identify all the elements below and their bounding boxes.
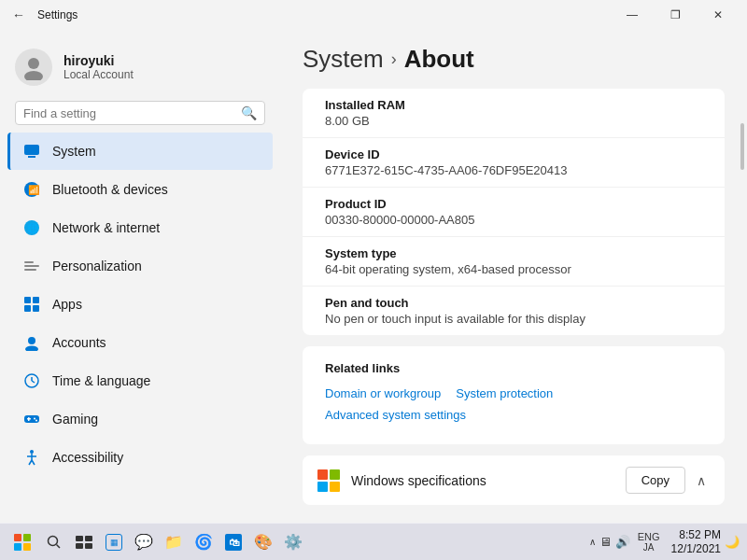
minimize-button[interactable]: — xyxy=(611,0,654,30)
winspec-card: Windows specifications Copy ∧ xyxy=(303,455,725,505)
accounts-icon xyxy=(22,333,41,352)
app-title: Settings xyxy=(37,8,78,21)
info-label-pentouch: Pen and touch xyxy=(325,296,702,310)
sidebar-item-time[interactable]: Time & language xyxy=(7,362,273,399)
winspec-right: Copy ∧ xyxy=(626,467,710,494)
sidebar-item-bluetooth[interactable]: 📶 Bluetooth & devices xyxy=(7,171,273,208)
winspec-header: Windows specifications Copy ∧ xyxy=(303,455,725,505)
link-advanced-system[interactable]: Advanced system settings xyxy=(325,408,466,422)
svg-point-15 xyxy=(28,337,35,344)
taskbar-settings-button[interactable]: ⚙️ xyxy=(278,527,308,557)
svg-text:🌐: 🌐 xyxy=(27,222,39,234)
info-label-productid: Product ID xyxy=(325,197,702,211)
svg-point-25 xyxy=(30,450,34,454)
svg-rect-14 xyxy=(33,305,39,312)
svg-rect-22 xyxy=(28,417,30,421)
info-row-pentouch: Pen and touch No pen or touch input is a… xyxy=(303,287,725,335)
taskbar-explorer-button[interactable]: 📁 xyxy=(159,527,189,557)
info-value-pentouch: No pen or touch input is available for t… xyxy=(325,312,702,326)
related-links-row-1: Domain or workgroup System protection xyxy=(325,386,702,400)
svg-rect-9 xyxy=(24,261,34,263)
copy-button[interactable]: Copy xyxy=(626,467,685,494)
apps-icon xyxy=(22,295,41,314)
titlebar-left: ← Settings xyxy=(7,4,78,26)
titlebar: ← Settings — ❐ ✕ xyxy=(0,0,747,30)
tray-lang[interactable]: ENG JA xyxy=(638,531,660,553)
close-button[interactable]: ✕ xyxy=(697,0,740,30)
related-links-title: Related links xyxy=(325,361,702,375)
lang-sub-text: JA xyxy=(643,542,655,553)
bluetooth-icon: 📶 xyxy=(22,180,41,199)
svg-point-24 xyxy=(35,420,37,422)
svg-text:📶: 📶 xyxy=(28,184,40,196)
system-info-card: Installed RAM 8.00 GB Device ID 6771E372… xyxy=(303,89,725,335)
svg-point-1 xyxy=(24,71,43,80)
time-icon xyxy=(22,371,41,390)
taskbar-chat-button[interactable]: 💬 xyxy=(129,527,159,557)
svg-rect-34 xyxy=(76,543,83,549)
accessibility-icon xyxy=(22,448,41,467)
svg-line-29 xyxy=(32,460,35,465)
sidebar-item-personalization-label: Personalization xyxy=(52,259,142,273)
sidebar-item-accessibility[interactable]: Accessibility xyxy=(7,439,273,476)
tray-area: ∧ 🖥 🔊 ENG JA 8:52 PM 12/1/2021 🌙 xyxy=(589,528,740,555)
svg-point-16 xyxy=(25,346,38,352)
sidebar-item-apps[interactable]: Apps xyxy=(7,286,273,323)
sidebar-item-network[interactable]: 🌐 Network & internet xyxy=(7,209,273,246)
taskbar-taskview-button[interactable] xyxy=(69,527,99,557)
tray-notification-icon[interactable]: 🌙 xyxy=(725,535,740,549)
breadcrumb-about: About xyxy=(404,45,474,74)
taskview-icon xyxy=(76,536,92,549)
taskbar-edge-button[interactable]: 🌀 xyxy=(189,527,218,557)
search-input[interactable] xyxy=(23,106,235,120)
info-value-ram: 8.00 GB xyxy=(325,114,702,128)
taskbar-search-button[interactable] xyxy=(39,527,69,557)
tray-volume-icon[interactable]: 🔊 xyxy=(615,535,630,549)
back-button[interactable]: ← xyxy=(7,4,30,26)
info-label-deviceid: Device ID xyxy=(325,147,702,161)
sidebar-item-gaming[interactable]: Gaming xyxy=(7,400,273,438)
user-info: hiroyuki Local Account xyxy=(63,53,134,81)
info-row-systemtype: System type 64-bit operating system, x64… xyxy=(303,237,725,287)
info-value-deviceid: 6771E372-615C-4735-AA06-76DF95E20413 xyxy=(325,163,702,177)
sidebar-item-accounts[interactable]: Accounts xyxy=(7,324,273,361)
start-button[interactable] xyxy=(7,527,37,557)
sidebar-item-accessibility-label: Accessibility xyxy=(52,450,123,465)
info-value-productid: 00330-80000-00000-AA805 xyxy=(325,213,702,227)
svg-rect-8 xyxy=(24,265,39,267)
info-row-ram: Installed RAM 8.00 GB xyxy=(303,89,725,138)
sidebar-item-system[interactable]: System xyxy=(7,133,273,170)
scrollbar-track[interactable] xyxy=(740,30,745,523)
tray-chevron-icon[interactable]: ∧ xyxy=(589,537,596,547)
main-content: System › About Installed RAM 8.00 GB Dev… xyxy=(280,30,747,523)
info-label-systemtype: System type xyxy=(325,246,702,260)
user-name: hiroyuki xyxy=(63,53,134,68)
svg-line-28 xyxy=(29,460,32,465)
svg-rect-32 xyxy=(76,536,83,541)
taskbar-widgets-button[interactable]: ▦ xyxy=(99,527,129,557)
sidebar-item-time-label: Time & language xyxy=(52,373,150,388)
chevron-up-button[interactable]: ∧ xyxy=(693,469,710,492)
scrollbar-thumb[interactable] xyxy=(740,123,744,170)
link-domain-workgroup[interactable]: Domain or workgroup xyxy=(325,386,441,400)
info-row-deviceid: Device ID 6771E372-615C-4735-AA06-76DF95… xyxy=(303,138,725,188)
taskbar-app5-button[interactable]: 🎨 xyxy=(248,527,278,557)
taskbar-clock[interactable]: 8:52 PM 12/1/2021 xyxy=(671,528,721,555)
tray-network-icon[interactable]: 🖥 xyxy=(599,535,612,549)
svg-point-0 xyxy=(28,58,39,69)
sidebar-item-accounts-label: Accounts xyxy=(52,335,106,350)
svg-rect-35 xyxy=(85,543,92,549)
link-system-protection[interactable]: System protection xyxy=(456,386,553,400)
sidebar: hiroyuki Local Account 🔍 System 📶 Blueto… xyxy=(0,30,280,523)
maximize-button[interactable]: ❐ xyxy=(654,0,697,30)
breadcrumb: System › About xyxy=(303,45,725,74)
svg-point-23 xyxy=(34,418,35,420)
svg-rect-33 xyxy=(85,536,92,541)
search-icon: 🔍 xyxy=(241,105,257,120)
avatar-icon xyxy=(21,54,47,80)
taskbar: ▦ 💬 📁 🌀 🛍 🎨 ⚙️ ∧ 🖥 🔊 ENG JA 8:52 PM 12/1… xyxy=(0,523,747,560)
info-value-systemtype: 64-bit operating system, x64-based proce… xyxy=(325,262,702,276)
taskbar-store-button[interactable]: 🛍 xyxy=(218,527,248,557)
info-label-ram: Installed RAM xyxy=(325,98,702,112)
sidebar-item-personalization[interactable]: Personalization xyxy=(7,247,273,285)
